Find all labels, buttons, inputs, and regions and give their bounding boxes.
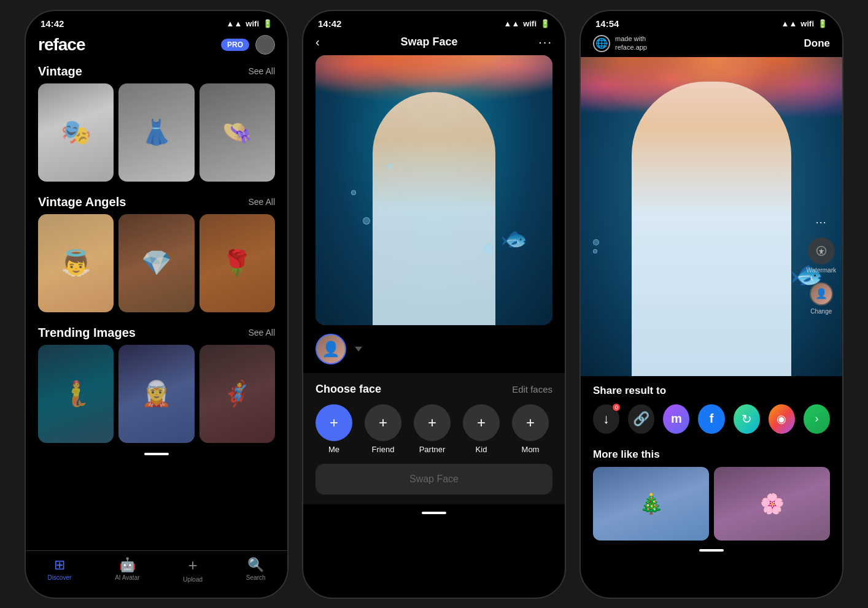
vintage-images-row: 🎭 👗 👒 xyxy=(26,83,287,182)
face-btn-partner[interactable]: + xyxy=(414,404,451,441)
share-instagram[interactable]: ◉ xyxy=(769,404,795,434)
status-icons-3: ▲▲ wifi 🔋 xyxy=(781,19,827,28)
back-button[interactable]: ‹ xyxy=(316,35,320,49)
vintage-image-3[interactable]: 👒 xyxy=(200,83,275,182)
vintage-figure-1: 🎭 xyxy=(38,83,114,182)
trending-image-1[interactable]: 🧜 xyxy=(38,345,114,443)
signal-icon-3: ▲▲ xyxy=(781,19,797,28)
selected-face-avatar[interactable]: 👤 xyxy=(316,334,346,364)
time-1: 14:42 xyxy=(41,18,64,29)
wifi-icon-1: wifi xyxy=(246,19,259,28)
user-avatar[interactable] xyxy=(255,35,275,55)
face-option-me[interactable]: + Me xyxy=(316,404,352,454)
globe-icon: 🌐 xyxy=(593,35,610,52)
side-dots[interactable]: ··· xyxy=(816,216,827,229)
watermark-action[interactable]: Watermark xyxy=(806,237,836,274)
status-bar-2: 14:42 ▲▲ wifi 🔋 xyxy=(303,11,565,33)
share-section: Share result to ↓ 0 🔗 m f ↻ ◉ › xyxy=(581,376,842,448)
battery-icon-3: 🔋 xyxy=(818,19,827,28)
done-button[interactable]: Done xyxy=(804,37,831,50)
edit-faces-button[interactable]: Edit faces xyxy=(512,384,552,394)
upload-icon: + xyxy=(188,556,198,575)
upload-label: Upload xyxy=(183,576,203,583)
signal-icon-1: ▲▲ xyxy=(227,19,242,28)
nav-upload[interactable]: + Upload xyxy=(183,556,203,583)
vintage-image-1[interactable]: 🎭 xyxy=(38,83,114,182)
ai-avatar-icon: 🤖 xyxy=(119,557,136,573)
share-facebook[interactable]: f xyxy=(698,404,724,434)
angels-figure-1: 👼 xyxy=(38,214,114,312)
face-label-partner: Partner xyxy=(419,445,446,454)
bottom-nav-1: ⊞ Discover 🤖 AI Avatar + Upload 🔍 Search xyxy=(26,550,287,585)
discover-icon: ⊞ xyxy=(54,557,65,573)
bubbles-overlay xyxy=(316,55,552,325)
more-like-figure-1: 🎄 xyxy=(593,467,709,541)
angels-image-2[interactable]: 💎 xyxy=(118,214,194,312)
result-figure xyxy=(632,82,791,376)
vintage-title: Vintage xyxy=(38,64,82,79)
share-link[interactable]: 🔗 xyxy=(628,404,654,434)
result-header: 🌐 made with reface.app Done xyxy=(581,33,842,57)
vintage-see-all[interactable]: See All xyxy=(248,66,275,76)
angels-see-all[interactable]: See All xyxy=(248,197,275,207)
result-image: 🐟 ··· Watermark 👤 Change xyxy=(581,57,842,376)
repost-icon: ↻ xyxy=(742,412,752,426)
trending-image-2[interactable]: 🧝 xyxy=(118,345,194,443)
share-messenger[interactable]: m xyxy=(663,404,689,434)
share-more[interactable]: › xyxy=(804,404,830,434)
trending-image-3[interactable]: 🦸 xyxy=(200,345,275,443)
face-btn-friend[interactable]: + xyxy=(365,404,401,441)
angels-title: Vintage Angels xyxy=(38,195,126,209)
ai-avatar-label: AI Avatar xyxy=(115,574,139,581)
share-repost[interactable]: ↻ xyxy=(734,404,760,434)
discover-label: Discover xyxy=(47,574,71,581)
face-option-mom[interactable]: + Mom xyxy=(512,404,549,454)
face-selector-row: 👤 xyxy=(303,325,565,373)
swap-face-button[interactable]: Swap Face xyxy=(316,464,552,494)
share-title: Share result to xyxy=(593,385,830,397)
bubble-left-2 xyxy=(593,249,597,253)
change-avatar[interactable]: 👤 xyxy=(810,282,833,306)
nav-search[interactable]: 🔍 Search xyxy=(246,557,266,581)
facebook-icon: f xyxy=(710,412,714,426)
angels-image-3[interactable]: 🌹 xyxy=(200,214,275,312)
app-header-1: reface PRO xyxy=(26,33,287,61)
share-icons-row: ↓ 0 🔗 m f ↻ ◉ › xyxy=(593,404,830,434)
face-option-friend[interactable]: + Friend xyxy=(365,404,401,454)
pro-badge[interactable]: PRO xyxy=(221,39,249,51)
bubble-4 xyxy=(387,163,393,169)
vintage-image-2[interactable]: 👗 xyxy=(118,83,194,182)
watermark-text: made with reface.app xyxy=(615,35,647,51)
change-action-label: Change xyxy=(810,308,832,315)
more-like-image-2[interactable]: 🌸 xyxy=(714,467,830,541)
battery-icon-1: 🔋 xyxy=(263,19,273,28)
angels-image-1[interactable]: 👼 xyxy=(38,214,114,312)
time-2: 14:42 xyxy=(318,18,341,29)
wifi-icon-2: wifi xyxy=(523,19,537,28)
watermark-icon[interactable] xyxy=(808,237,835,264)
face-btn-kid[interactable]: + xyxy=(463,404,500,441)
phone3-frame: 14:54 ▲▲ wifi 🔋 🌐 made with reface.app D… xyxy=(579,10,843,599)
face-btn-me[interactable]: + xyxy=(316,404,352,441)
share-download[interactable]: ↓ 0 xyxy=(593,404,619,434)
trending-figure-1: 🧜 xyxy=(38,345,114,443)
face-label-me: Me xyxy=(328,445,339,454)
nav-ai-avatar[interactable]: 🤖 AI Avatar xyxy=(115,557,139,581)
trending-see-all[interactable]: See All xyxy=(248,328,275,337)
more-button[interactable]: ··· xyxy=(538,35,552,49)
time-3: 14:54 xyxy=(595,18,619,29)
face-btn-mom[interactable]: + xyxy=(512,404,549,441)
battery-icon-2: 🔋 xyxy=(540,19,550,28)
status-bar-1: 14:42 ▲▲ wifi 🔋 xyxy=(26,11,287,33)
app-logo: reface xyxy=(38,35,85,55)
change-action[interactable]: 👤 Change xyxy=(810,282,833,315)
messenger-icon: m xyxy=(671,412,682,426)
nav-discover[interactable]: ⊞ Discover xyxy=(47,557,71,581)
face-option-kid[interactable]: + Kid xyxy=(463,404,500,454)
more-like-image-1[interactable]: 🎄 xyxy=(593,467,709,541)
angels-images-row: 👼 💎 🌹 xyxy=(26,214,287,312)
face-label-friend: Friend xyxy=(372,445,395,454)
face-label-mom: Mom xyxy=(522,445,540,454)
face-option-partner[interactable]: + Partner xyxy=(414,404,451,454)
phone2-frame: 14:42 ▲▲ wifi 🔋 ‹ Swap Face ··· 🐟 👤 Choo xyxy=(302,10,566,599)
